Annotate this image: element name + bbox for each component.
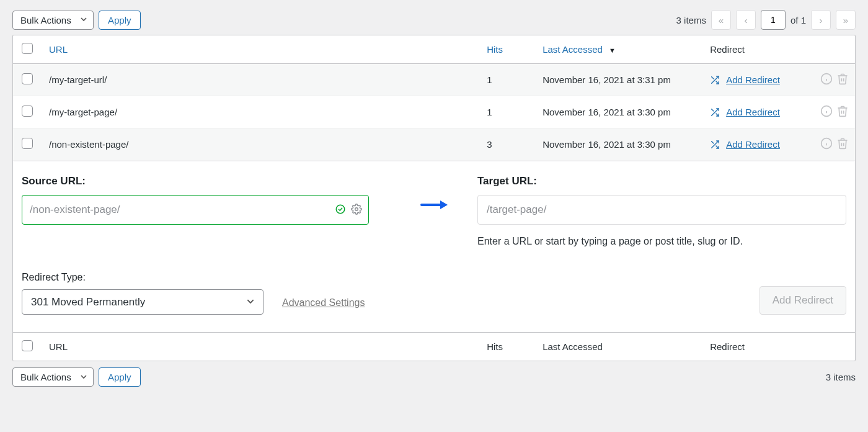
trash-icon[interactable] bbox=[836, 105, 849, 119]
pagination-first-button[interactable]: « bbox=[711, 10, 731, 30]
table-header-row: URL Hits Last Accessed ▼ Redirect bbox=[13, 35, 855, 64]
check-circle-icon bbox=[335, 204, 346, 217]
select-all-checkbox-footer[interactable] bbox=[22, 340, 33, 351]
row-checkbox[interactable] bbox=[22, 73, 33, 84]
logs-table-wrap: URL Hits Last Accessed ▼ Redirect /my-ta… bbox=[12, 35, 856, 361]
svg-point-18 bbox=[336, 205, 345, 214]
pagination: 3 items « ‹ of 1 › » bbox=[676, 10, 856, 30]
target-url-hint: Enter a URL or start by typing a page or… bbox=[477, 236, 846, 247]
row-date: November 16, 2021 at 3:31 pm bbox=[536, 64, 704, 96]
top-toolbar: Bulk Actions Apply 3 items « ‹ of 1 › » bbox=[12, 10, 856, 30]
svg-point-19 bbox=[355, 207, 358, 210]
table-row: /my-target-url/ 1 November 16, 2021 at 3… bbox=[13, 64, 855, 96]
pagination-prev-button[interactable]: ‹ bbox=[736, 10, 756, 30]
source-url-group: Source URL: bbox=[22, 175, 391, 225]
logs-table: URL Hits Last Accessed ▼ Redirect /my-ta… bbox=[13, 35, 855, 361]
column-last-accessed-label: Last Accessed bbox=[542, 44, 603, 55]
bulk-actions-select-bottom[interactable]: Bulk Actions bbox=[12, 367, 94, 387]
redirect-form-panel: Source URL: bbox=[13, 161, 855, 332]
target-url-group: Target URL: Enter a URL or start by typi… bbox=[477, 175, 846, 247]
column-last-accessed-footer: Last Accessed bbox=[536, 333, 704, 361]
row-date: November 16, 2021 at 3:30 pm bbox=[536, 96, 704, 128]
svg-marker-21 bbox=[440, 200, 448, 209]
row-hits: 1 bbox=[480, 64, 536, 96]
pagination-of-label: of 1 bbox=[790, 15, 806, 25]
column-hits-footer: Hits bbox=[480, 333, 536, 361]
redirect-type-label: Redirect Type: bbox=[22, 272, 264, 283]
column-url-footer: URL bbox=[43, 333, 480, 361]
bottom-toolbar: Bulk Actions Apply 3 items bbox=[12, 367, 856, 387]
apply-button[interactable]: Apply bbox=[99, 11, 141, 30]
source-url-input[interactable] bbox=[29, 203, 335, 217]
bulk-actions-select-wrap: Bulk Actions bbox=[12, 11, 94, 30]
table-footer-row: URL Hits Last Accessed Redirect bbox=[13, 333, 855, 361]
bulk-actions-select[interactable]: Bulk Actions bbox=[12, 11, 94, 30]
info-icon[interactable] bbox=[820, 105, 833, 119]
row-hits: 3 bbox=[480, 128, 536, 161]
add-redirect-link[interactable]: Add Redirect bbox=[726, 107, 780, 117]
trash-icon[interactable] bbox=[836, 137, 849, 151]
gear-icon[interactable] bbox=[351, 204, 362, 217]
column-last-accessed[interactable]: Last Accessed ▼ bbox=[536, 35, 704, 64]
column-redirect: Redirect bbox=[704, 35, 855, 64]
row-checkbox[interactable] bbox=[22, 106, 33, 117]
sort-desc-icon: ▼ bbox=[609, 47, 616, 54]
redirect-type-select[interactable]: 301 Moved Permanently bbox=[22, 289, 264, 315]
advanced-settings-link[interactable]: Advanced Settings bbox=[282, 297, 365, 315]
add-redirect-button[interactable]: Add Redirect bbox=[760, 286, 846, 315]
row-url: /non-existent-page/ bbox=[43, 128, 480, 161]
row-date: November 16, 2021 at 3:30 pm bbox=[536, 128, 704, 161]
shuffle-icon bbox=[710, 107, 720, 117]
source-url-label: Source URL: bbox=[22, 175, 391, 187]
row-hits: 1 bbox=[480, 96, 536, 128]
items-count: 3 items bbox=[676, 15, 706, 25]
column-hits[interactable]: Hits bbox=[480, 35, 536, 64]
apply-button-bottom[interactable]: Apply bbox=[99, 367, 141, 387]
info-icon[interactable] bbox=[820, 73, 833, 87]
row-url: /my-target-url/ bbox=[43, 64, 480, 96]
add-redirect-link[interactable]: Add Redirect bbox=[726, 139, 780, 150]
info-icon[interactable] bbox=[820, 137, 833, 151]
row-checkbox[interactable] bbox=[22, 138, 33, 149]
table-row: /my-target-page/ 1 November 16, 2021 at … bbox=[13, 96, 855, 128]
add-redirect-link[interactable]: Add Redirect bbox=[726, 74, 780, 85]
bulk-actions-group-bottom: Bulk Actions Apply bbox=[12, 367, 141, 387]
redirect-type-group: Redirect Type: 301 Moved Permanently bbox=[22, 272, 264, 315]
source-url-input-wrap bbox=[22, 195, 369, 225]
arrow-right-icon bbox=[415, 175, 453, 211]
table-row: /non-existent-page/ 3 November 16, 2021 … bbox=[13, 128, 855, 161]
svg-line-2 bbox=[712, 76, 714, 78]
pagination-last-button[interactable]: » bbox=[836, 10, 856, 30]
shuffle-icon bbox=[710, 140, 720, 150]
row-url: /my-target-page/ bbox=[43, 96, 480, 128]
shuffle-icon bbox=[710, 75, 720, 85]
pagination-next-button[interactable]: › bbox=[811, 10, 831, 30]
svg-line-8 bbox=[712, 109, 714, 110]
svg-line-14 bbox=[712, 141, 714, 143]
target-url-label: Target URL: bbox=[477, 175, 846, 187]
target-url-input[interactable] bbox=[477, 195, 846, 225]
trash-icon[interactable] bbox=[836, 73, 849, 87]
bulk-actions-group: Bulk Actions Apply bbox=[12, 11, 141, 30]
column-url[interactable]: URL bbox=[43, 35, 480, 64]
items-count-bottom: 3 items bbox=[826, 372, 856, 382]
pagination-page-input[interactable] bbox=[761, 10, 786, 30]
column-redirect-footer: Redirect bbox=[704, 333, 855, 361]
select-all-checkbox[interactable] bbox=[22, 43, 33, 54]
form-panel-row: Source URL: bbox=[13, 161, 855, 333]
